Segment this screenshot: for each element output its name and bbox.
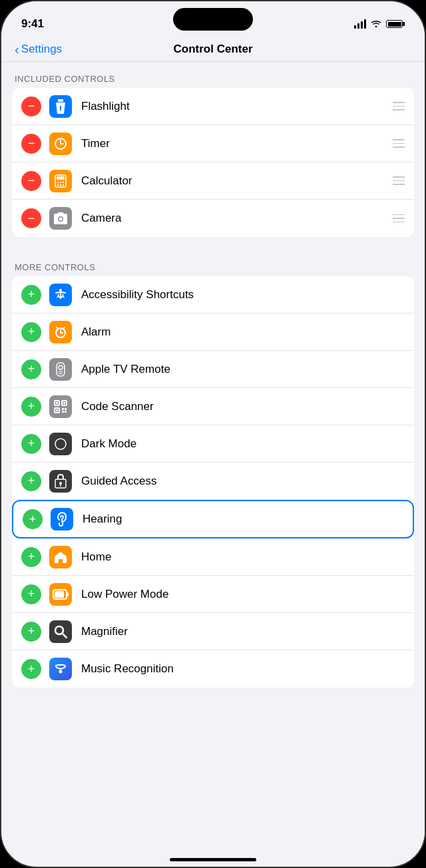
timer-icon [49, 132, 72, 155]
dynamic-island [173, 8, 253, 31]
lowpower-icon [49, 583, 72, 606]
flashlight-label: Flashlight [81, 100, 386, 113]
codescanner-label: Code Scanner [81, 400, 405, 413]
content-area: INCLUDED CONTROLS − Flashlight [1, 62, 425, 861]
add-alarm-button[interactable]: + [21, 322, 41, 342]
svg-rect-30 [63, 402, 65, 404]
remove-flashlight-button[interactable]: − [21, 97, 41, 116]
more-controls-header: MORE CONTROLS [1, 250, 425, 276]
list-item: + Music Recognition [12, 650, 414, 688]
svg-point-9 [60, 181, 61, 182]
svg-rect-43 [67, 592, 69, 596]
drag-handle[interactable] [393, 176, 405, 185]
status-icons [354, 19, 405, 29]
calculator-label: Calculator [81, 174, 386, 188]
camera-label: Camera [81, 212, 386, 225]
musicrecognition-label: Music Recognition [81, 662, 405, 676]
calculator-icon [49, 170, 72, 192]
included-controls-list: − Flashlight − [12, 88, 414, 237]
svg-point-48 [59, 670, 63, 674]
darkmode-label: Dark Mode [81, 437, 405, 451]
svg-point-8 [57, 181, 59, 182]
list-item: − Flashlight [12, 88, 414, 125]
svg-rect-0 [58, 99, 63, 102]
list-item: − Camera [12, 200, 414, 237]
signal-icon [354, 19, 366, 29]
add-magnifier-button[interactable]: + [21, 622, 41, 642]
add-appletv-button[interactable]: + [21, 359, 41, 379]
alarm-icon [49, 321, 72, 343]
hearing-label: Hearing [83, 513, 403, 526]
add-lowpower-button[interactable]: + [21, 584, 41, 604]
add-darkmode-button[interactable]: + [21, 434, 41, 454]
drag-handle[interactable] [393, 139, 405, 148]
page-title: Control Center [174, 43, 253, 56]
svg-rect-29 [56, 402, 58, 404]
remove-calculator-button[interactable]: − [21, 171, 41, 191]
list-item: + Dark Mode [12, 425, 414, 463]
status-time: 9:41 [21, 17, 44, 31]
alarm-label: Alarm [81, 326, 405, 339]
svg-point-36 [55, 439, 66, 449]
svg-point-10 [63, 181, 64, 182]
svg-rect-32 [62, 408, 64, 410]
accessibility-label: Accessibility Shortcuts [81, 288, 405, 302]
camera-icon [49, 207, 72, 230]
svg-point-13 [63, 184, 64, 185]
list-item: − Calculator [12, 162, 414, 200]
svg-point-16 [59, 289, 62, 292]
darkmode-icon [49, 433, 72, 455]
list-item: + Low Power Mode [12, 576, 414, 613]
svg-rect-34 [62, 411, 64, 413]
back-chevron-icon: ‹ [15, 42, 19, 57]
more-controls-list: + Accessibility Shortcuts + [12, 276, 414, 688]
hearing-icon [51, 508, 73, 531]
svg-point-11 [57, 184, 59, 185]
svg-line-20 [57, 327, 59, 329]
list-item-hearing: + Hearing [12, 500, 414, 539]
home-label: Home [81, 550, 405, 564]
add-accessibility-button[interactable]: + [21, 285, 41, 305]
wifi-icon [371, 19, 381, 29]
add-guidedaccess-button[interactable]: + [21, 471, 41, 491]
list-item: − Timer [12, 125, 414, 162]
lowpower-label: Low Power Mode [81, 588, 405, 601]
accessibility-icon [49, 284, 72, 306]
home-icon [49, 546, 72, 568]
magnifier-label: Magnifier [81, 625, 405, 638]
drag-handle[interactable] [393, 214, 405, 223]
svg-rect-35 [65, 408, 67, 410]
list-item: + Home [12, 539, 414, 576]
list-item: + Code Scanner [12, 388, 414, 425]
add-musicrecognition-button[interactable]: + [21, 659, 41, 679]
phone-frame: 9:41 [0, 0, 426, 868]
svg-rect-42 [55, 591, 64, 598]
battery-icon [386, 20, 405, 28]
svg-rect-33 [65, 411, 67, 413]
back-button[interactable]: ‹ Settings [15, 42, 62, 57]
guidedaccess-icon [49, 470, 72, 493]
svg-rect-31 [56, 409, 58, 411]
add-home-button[interactable]: + [21, 547, 41, 567]
appletv-icon [49, 358, 72, 381]
svg-line-45 [63, 633, 67, 638]
list-item: + Guided Access [12, 463, 414, 500]
list-item: + Magnifier [12, 613, 414, 650]
add-hearing-button[interactable]: + [23, 509, 43, 529]
codescanner-icon [49, 395, 72, 418]
nav-bar: ‹ Settings Control Center [1, 37, 425, 62]
flashlight-icon [49, 95, 72, 118]
magnifier-icon [49, 620, 72, 643]
svg-point-23 [59, 365, 63, 369]
drag-handle[interactable] [393, 102, 405, 110]
list-item: + Apple TV Remote [12, 351, 414, 388]
svg-line-21 [63, 327, 65, 329]
svg-point-38 [59, 482, 62, 485]
remove-timer-button[interactable]: − [21, 134, 41, 154]
home-indicator [170, 858, 256, 861]
list-item: + Accessibility Shortcuts [12, 276, 414, 314]
guidedaccess-label: Guided Access [81, 475, 405, 488]
add-codescanner-button[interactable]: + [21, 397, 41, 417]
svg-point-15 [59, 218, 63, 221]
remove-camera-button[interactable]: − [21, 208, 41, 228]
